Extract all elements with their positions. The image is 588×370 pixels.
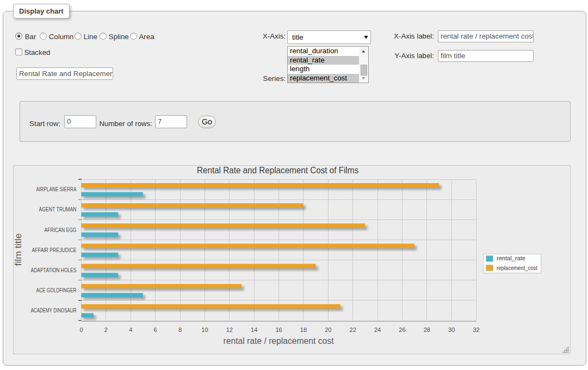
svg-text:rental_rate: rental_rate bbox=[497, 255, 525, 261]
svg-text:16: 16 bbox=[275, 327, 282, 333]
svg-text:ACE GOLDFINGER: ACE GOLDFINGER bbox=[36, 287, 77, 293]
svg-text:4: 4 bbox=[129, 327, 132, 333]
svg-text:20: 20 bbox=[325, 327, 331, 333]
svg-text:replacement_cost: replacement_cost bbox=[497, 265, 538, 271]
svg-text:10: 10 bbox=[201, 327, 208, 333]
svg-text:14: 14 bbox=[251, 327, 257, 333]
svg-text:26: 26 bbox=[399, 327, 405, 333]
svg-text:0: 0 bbox=[79, 327, 83, 333]
svg-text:30: 30 bbox=[448, 327, 455, 333]
svg-text:AFRICAN EGG: AFRICAN EGG bbox=[45, 227, 77, 233]
svg-text:rental rate / replacement cost: rental rate / replacement cost bbox=[224, 336, 335, 346]
svg-text:film title: film title bbox=[14, 233, 23, 266]
svg-text:ACADEMY DINOSAUR: ACADEMY DINOSAUR bbox=[31, 307, 77, 313]
svg-text:12: 12 bbox=[226, 327, 233, 333]
svg-text:AIRPLANE SIERRA: AIRPLANE SIERRA bbox=[36, 186, 77, 192]
svg-text:18: 18 bbox=[300, 327, 307, 333]
svg-text:Rental Rate and Replacement Co: Rental Rate and Replacement Cost of Film… bbox=[197, 166, 358, 175]
svg-text:8: 8 bbox=[178, 327, 182, 333]
svg-text:AGENT TRUMAN: AGENT TRUMAN bbox=[39, 206, 77, 212]
svg-text:6: 6 bbox=[154, 327, 157, 333]
svg-text:24: 24 bbox=[374, 327, 381, 333]
svg-text:2: 2 bbox=[104, 327, 108, 333]
svg-text:ADAPTATION HOLES: ADAPTATION HOLES bbox=[31, 267, 77, 273]
svg-text:22: 22 bbox=[350, 327, 356, 333]
svg-text:28: 28 bbox=[424, 327, 430, 333]
svg-text:32: 32 bbox=[473, 327, 479, 333]
svg-text:AFFAIR PREJUDICE: AFFAIR PREJUDICE bbox=[32, 247, 77, 253]
